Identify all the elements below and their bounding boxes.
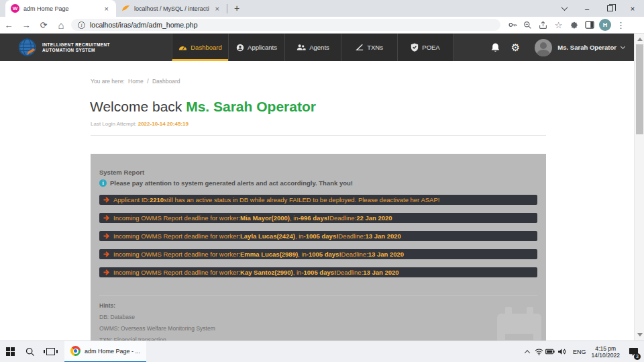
info-icon: i xyxy=(99,179,107,187)
alert-bar: Incoming OWMS Report deadline for worker… xyxy=(99,231,537,241)
tray-expand-chevron-icon[interactable] xyxy=(522,350,533,354)
scroll-up-icon[interactable] xyxy=(637,38,643,41)
hints-title: Hints: xyxy=(99,302,537,309)
site-info-icon[interactable]: i xyxy=(78,21,85,29)
agents-icon xyxy=(297,44,306,51)
menu-item-txns[interactable]: TXNs xyxy=(341,34,397,61)
forward-icon[interactable]: → xyxy=(17,17,35,32)
battery-icon[interactable] xyxy=(545,349,556,355)
url-text[interactable]: localhost/iras/adm/adm_home.php xyxy=(90,21,198,29)
page-content: You are here: Home / Dashboard Welcome b… xyxy=(0,61,634,341)
wifi-icon[interactable] xyxy=(533,348,545,355)
browser-profile-avatar[interactable]: H xyxy=(599,19,611,31)
last-login: Last Login Attempt: 2022-10-14 20:45:19 xyxy=(91,121,189,127)
navbar-right: ⚙ Ms. Sarah Operator xyxy=(485,39,625,56)
system-report-title: System Report xyxy=(99,169,537,176)
user-menu-chevron-icon[interactable] xyxy=(621,44,625,49)
windows-logo-icon xyxy=(6,347,15,356)
alert-highlight: Mia Mayor(2000) xyxy=(240,214,290,222)
site-navbar: INTELLIGENT RECRUITMENT AUTOMATION SYSTE… xyxy=(0,34,634,61)
clock-date: 14/10/2022 xyxy=(591,352,620,359)
system-report-notice: i Please pay attention to system generat… xyxy=(99,179,537,187)
user-name[interactable]: Ms. Sarah Operator xyxy=(557,44,616,51)
page-scrollbar[interactable] xyxy=(634,34,644,341)
alert-arrow-icon xyxy=(103,197,111,203)
taskbar-clock[interactable]: 4:15 pm 14/10/2022 xyxy=(591,345,625,359)
brand-name: INTELLIGENT RECRUITMENT AUTOMATION SYSTE… xyxy=(42,42,110,53)
breadcrumb-current-link[interactable]: Dashboard xyxy=(152,78,180,85)
browser-menu-icon[interactable]: ⋮ xyxy=(613,17,629,32)
zoom-out-icon[interactable] xyxy=(520,17,535,32)
alert-text: Deadline: xyxy=(341,251,368,258)
bookmark-star-icon[interactable]: ☆ xyxy=(551,17,566,32)
alert-bar: Incoming OWMS Report deadline for worker… xyxy=(99,249,537,259)
alert-bar: Incoming OWMS Report deadline for worker… xyxy=(99,213,537,223)
tab-phpmyadmin[interactable]: localhost / MySQL / interactive / × xyxy=(116,0,227,17)
start-button[interactable] xyxy=(0,341,20,362)
notification-center-icon[interactable]: 3 xyxy=(625,341,641,362)
alert-highlight: 13 Jan 2020 xyxy=(365,232,400,240)
scroll-down-icon[interactable] xyxy=(637,333,643,336)
alert-text: still has an active status in DB while a… xyxy=(164,196,439,203)
alert-highlight: -996 days! xyxy=(299,214,329,222)
breadcrumb-home-link[interactable]: Home xyxy=(128,78,144,85)
alert-highlight: 13 Jan 2020 xyxy=(368,251,404,258)
new-tab-button[interactable]: + xyxy=(227,0,246,17)
alert-bar: Applicant ID: 2210 still has an active s… xyxy=(99,195,537,205)
alert-text: Deadline: xyxy=(336,269,363,276)
last-login-value: 2022-10-14 20:45:19 xyxy=(138,121,189,127)
reload-icon[interactable]: ⟳ xyxy=(35,17,52,32)
main-menu: Dashboard Applicants Agents TXNs POEA xyxy=(172,34,453,61)
menu-label: Applicants xyxy=(248,44,277,51)
alert-highlight: Kay Santoz(2990) xyxy=(240,269,293,276)
notifications-bell-icon[interactable] xyxy=(485,42,505,53)
alert-text: , in xyxy=(290,214,299,222)
welcome-user-name: Ms. Sarah Operator xyxy=(186,99,316,114)
user-avatar[interactable] xyxy=(535,39,552,56)
alert-highlight: 2210 xyxy=(150,196,164,203)
password-key-icon[interactable] xyxy=(504,17,520,32)
browser-toolbar: ← → ⟳ ⌂ i localhost/iras/adm/adm_home.ph… xyxy=(0,17,644,34)
task-view-icon[interactable] xyxy=(40,341,60,362)
close-button[interactable]: × xyxy=(621,0,644,17)
alert-text: Deadline: xyxy=(338,232,365,240)
tab-title: localhost / MySQL / interactive / xyxy=(134,5,209,12)
restore-button[interactable] xyxy=(598,0,621,17)
toolbar-right: ☆ H ⋮ xyxy=(504,17,629,32)
menu-label: POEA xyxy=(422,44,439,51)
minimize-button[interactable]: – xyxy=(576,0,598,17)
content-divider xyxy=(91,135,546,136)
tab-search-icon[interactable] xyxy=(553,0,576,17)
tab-adm-home[interactable]: W adm Home Page × xyxy=(5,0,116,17)
hint-line: OWMS: Overseas Welfare Monitoring System xyxy=(99,325,537,332)
home-icon[interactable]: ⌂ xyxy=(52,17,70,32)
alert-arrow-icon xyxy=(103,215,111,221)
breadcrumb-prefix: You are here: xyxy=(91,78,125,85)
dashboard-icon xyxy=(178,44,187,51)
tab-close-icon[interactable]: × xyxy=(103,5,111,13)
settings-gear-icon[interactable]: ⚙ xyxy=(505,42,525,52)
taskbar-app-title: adm Home Page - ... xyxy=(85,348,140,355)
scrollbar-thumb[interactable] xyxy=(636,44,643,134)
back-icon[interactable]: ← xyxy=(0,17,17,32)
menu-item-dashboard[interactable]: Dashboard xyxy=(172,34,228,61)
language-indicator[interactable]: ENG xyxy=(568,349,592,355)
menu-item-poea[interactable]: POEA xyxy=(397,34,453,61)
share-icon[interactable] xyxy=(535,17,551,32)
screen: W adm Home Page × localhost / MySQL / in… xyxy=(0,0,644,362)
menu-item-applicants[interactable]: Applicants xyxy=(228,34,284,61)
alert-arrow-icon xyxy=(103,233,111,239)
page-title: Welcome back Ms. Sarah Operator xyxy=(90,99,316,115)
alert-text: , in xyxy=(293,269,302,276)
hints-divider xyxy=(99,295,537,296)
side-panel-icon[interactable] xyxy=(582,17,597,32)
address-bar[interactable]: i localhost/iras/adm/adm_home.php xyxy=(71,19,500,31)
tab-close-icon[interactable]: × xyxy=(213,5,221,13)
taskbar-search-icon[interactable] xyxy=(20,341,40,362)
alert-highlight: Emma Lucas(2989) xyxy=(240,251,298,258)
taskbar-app-chrome[interactable]: adm Home Page - ... xyxy=(64,341,146,362)
extensions-icon[interactable] xyxy=(566,17,582,32)
menu-item-agents[interactable]: Agents xyxy=(284,34,341,61)
speaker-icon[interactable] xyxy=(556,348,568,355)
clock-time: 4:15 pm xyxy=(591,345,620,352)
